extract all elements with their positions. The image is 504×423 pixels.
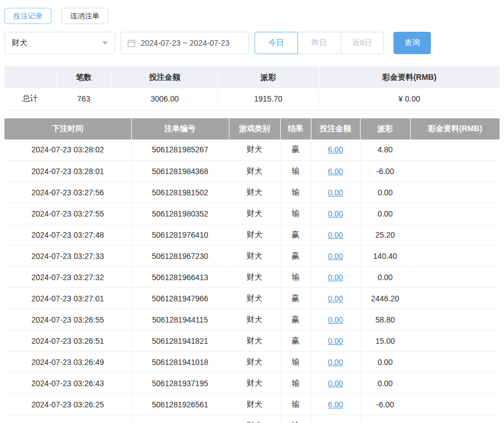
bet-amount-link[interactable]: 6.00	[328, 167, 343, 176]
table-row: 2024-07-23 03:27:33 5061281967230 财犬 赢 0…	[4, 246, 500, 267]
cell-game: 财犬	[229, 161, 280, 182]
bet-amount-link[interactable]: 0.00	[328, 337, 343, 345]
cell-payout: 140.40	[360, 246, 410, 267]
table-row: 2024-07-23 03:28:02 5061281985267 财犬 赢 6…	[4, 140, 500, 161]
cell-game: 财犬	[229, 415, 280, 423]
cell-result: 赢	[280, 246, 311, 267]
summary-header-bonus: 彩金资料(RMB)	[319, 66, 500, 88]
cell-order-id: 5061281941821	[131, 330, 229, 352]
cell-time: 2024-07-23 03:27:48	[4, 224, 131, 246]
filter-row: 财犬 2024-07-23 ~ 2024-07-23 今日 昨日 近8日 查询	[4, 32, 500, 54]
cell-payout: 58.80	[360, 309, 410, 330]
cell-result: 输	[280, 394, 311, 415]
betting-records-page: 投注记录 连消注单 财犬 2024-07-23 ~ 2024-07-23 今日 …	[0, 0, 504, 423]
cell-result: 赢	[280, 288, 311, 309]
table-row: 2024-07-23 03:28:01 5061281984368 财犬 输 6…	[4, 161, 500, 182]
bet-amount-link[interactable]: 0.00	[328, 230, 343, 239]
cell-game: 财犬	[229, 224, 280, 246]
table-row: 2024-07-23 03:26:55 5061281944115 财犬 赢 0…	[4, 309, 500, 330]
table-row: 2024-07-23 03:26:43 5061281937195 财犬 输 0…	[4, 373, 500, 394]
cell-result: 输	[280, 352, 311, 373]
cell-time: 2024-07-23 03:28:02	[4, 140, 131, 161]
cell-result: 输	[280, 373, 311, 394]
cell-time: 2024-07-23 03:27:55	[4, 203, 131, 224]
cell-game: 财犬	[229, 203, 280, 224]
cell-bet: 0.00	[311, 352, 360, 373]
cell-bonus	[410, 415, 500, 423]
table-row: 2024-07-23 03:26:49 5061281941018 财犬 输 0…	[4, 352, 500, 373]
cell-time: 2024-07-23 03:26:49	[4, 352, 131, 373]
cell-bonus	[410, 352, 500, 373]
chevron-down-icon	[102, 41, 108, 45]
quick-range-group: 今日 昨日 近8日	[255, 32, 384, 54]
cell-order-id: 5061281941018	[131, 352, 229, 373]
cell-time: 2024-07-23 03:26:51	[4, 330, 131, 352]
cell-bet: 0.00	[311, 373, 360, 394]
records-header-row: 下注时间 注单编号 游戏类别 结果 投注金额 派彩 彩金资料(RMB)	[4, 118, 500, 140]
cell-time: 2024-07-23 03:26:55	[4, 309, 131, 330]
summary-total-row: 总计 763 3006.00 1915.70 ¥ 0.00	[4, 88, 500, 110]
cell-time: 2024-07-23 03:26:43	[4, 373, 131, 394]
cell-game: 财犬	[229, 182, 280, 203]
table-row: 2024-07-23 03:26:25 5061281926561 财犬 输 6…	[4, 394, 500, 415]
table-row: 2024-07-23 03:27:55 5061281980352 财犬 输 0…	[4, 203, 500, 224]
bet-amount-link[interactable]: 0.00	[328, 294, 343, 303]
cell-result: 输	[280, 415, 311, 423]
cell-bet: 6.00	[311, 161, 360, 182]
cell-bet: 6.00	[311, 415, 360, 423]
bet-amount-link[interactable]: 0.00	[328, 379, 343, 388]
cell-bonus	[410, 288, 500, 309]
summary-header-row: 笔数 投注金额 派彩 彩金资料(RMB)	[4, 66, 500, 88]
bet-amount-link[interactable]: 6.00	[328, 145, 343, 154]
bet-amount-link[interactable]: 6.00	[328, 421, 343, 423]
cell-payout: 2446.20	[360, 288, 410, 309]
summary-header-empty	[4, 66, 56, 88]
records-header-order: 注单编号	[131, 118, 229, 140]
records-table-body: 2024-07-23 03:28:02 5061281985267 财犬 赢 6…	[4, 140, 500, 423]
table-row: 2024-07-23 03:27:32 5061281966413 财犬 输 0…	[4, 267, 500, 288]
game-select[interactable]: 财犬	[4, 32, 115, 54]
quick-range-last-8-days[interactable]: 近8日	[340, 32, 384, 54]
search-button[interactable]: 查询	[393, 32, 431, 54]
quick-range-yesterday[interactable]: 昨日	[297, 32, 341, 54]
cell-payout: 4.80	[360, 140, 410, 161]
records-header-bet: 投注金额	[311, 118, 360, 140]
summary-total-count: 763	[56, 88, 112, 110]
summary-total-label: 总计	[4, 88, 56, 110]
cell-game: 财犬	[229, 288, 280, 309]
table-row: 2024-07-23 03:26:51 5061281941821 财犬 赢 0…	[4, 330, 500, 352]
summary-total-bonus: ¥ 0.00	[319, 88, 500, 110]
cell-order-id: 5061281980352	[131, 203, 229, 224]
cell-time: 2024-07-23 03:27:32	[4, 267, 131, 288]
bet-amount-link[interactable]: 0.00	[328, 209, 343, 218]
cell-payout: 15.00	[360, 330, 410, 352]
bet-amount-link[interactable]: 0.00	[328, 315, 343, 324]
cell-bet: 0.00	[311, 246, 360, 267]
date-range-value: 2024-07-23 ~ 2024-07-23	[141, 39, 229, 47]
cell-result: 输	[280, 267, 311, 288]
cell-payout: 0.00	[360, 267, 410, 288]
cell-result: 输	[280, 161, 311, 182]
bet-amount-link[interactable]: 0.00	[328, 188, 343, 197]
quick-range-today[interactable]: 今日	[255, 32, 298, 54]
bet-amount-link[interactable]: 0.00	[328, 358, 343, 367]
cell-bonus	[410, 330, 500, 352]
cell-bonus	[410, 161, 500, 182]
bet-amount-link[interactable]: 0.00	[328, 273, 343, 282]
cell-game: 财犬	[229, 352, 280, 373]
table-row: 2024-07-23 03:27:48 5061281976410 财犬 赢 0…	[4, 224, 500, 246]
date-range-picker[interactable]: 2024-07-23 ~ 2024-07-23	[121, 32, 249, 54]
bet-amount-link[interactable]: 0.00	[328, 252, 343, 261]
cell-order-id: 5061281966413	[131, 267, 229, 288]
records-header-payout: 派彩	[360, 118, 410, 140]
bet-amount-link[interactable]: 6.00	[328, 400, 343, 409]
cell-order-id: 5061281937195	[131, 373, 229, 394]
tab-betting-records[interactable]: 投注记录	[4, 8, 51, 24]
cell-bet: 0.00	[311, 330, 360, 352]
cell-payout: 0.00	[360, 203, 410, 224]
cell-time: 2024-07-23 03:26:25	[4, 394, 131, 415]
cell-result: 赢	[280, 309, 311, 330]
tab-cancelled-orders[interactable]: 连消注单	[61, 8, 108, 24]
cell-bet: 6.00	[311, 140, 360, 161]
table-row: 2024-07-23 03:27:56 5061281981502 财犬 输 0…	[4, 182, 500, 203]
